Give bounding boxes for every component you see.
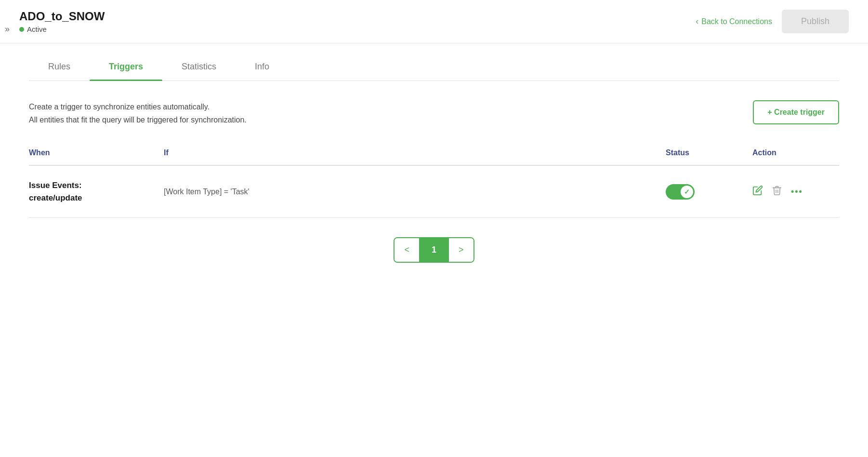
back-to-connections-link[interactable]: ‹ Back to Connections <box>696 16 772 27</box>
trigger-status-toggle[interactable]: ✓ <box>666 184 752 200</box>
toggle-switch[interactable]: ✓ <box>666 184 695 200</box>
table-header: When If Status Action <box>29 141 839 166</box>
header-right: ‹ Back to Connections Publish <box>696 10 849 33</box>
create-trigger-button[interactable]: + Create trigger <box>753 100 839 124</box>
action-icons: ••• <box>752 185 839 198</box>
status-dot-icon <box>19 27 24 32</box>
col-header-status: Status <box>666 148 752 157</box>
tab-triggers[interactable]: Triggers <box>90 53 162 81</box>
tabs-bar: Rules Triggers Statistics Info <box>29 53 839 81</box>
trigger-desc-line1: Create a trigger to synchronize entities… <box>29 100 247 113</box>
main-content: Rules Triggers Statistics Info Create a … <box>0 53 868 263</box>
table-row: Issue Events:create/update [Work Item Ty… <box>29 166 839 218</box>
next-page-button[interactable]: > <box>449 238 473 262</box>
more-options-icon[interactable]: ••• <box>791 187 803 197</box>
sidebar-collapse-icon[interactable]: » <box>5 24 10 34</box>
check-icon: ✓ <box>684 188 690 196</box>
toggle-track: ✓ <box>666 184 695 200</box>
col-header-when: When <box>29 148 164 157</box>
page-title: ADO_to_SNOW <box>19 10 105 23</box>
status-label: Active <box>27 25 47 33</box>
trigger-desc-line2: All entities that fit the query will be … <box>29 113 247 126</box>
pagination-container: < 1 > <box>394 237 474 263</box>
tab-info[interactable]: Info <box>236 53 289 81</box>
back-link-label: Back to Connections <box>701 17 772 26</box>
col-header-action: Action <box>752 148 839 157</box>
publish-button[interactable]: Publish <box>782 10 849 33</box>
tab-statistics[interactable]: Statistics <box>162 53 236 81</box>
trigger-if-value: [Work Item Type] = 'Task' <box>164 188 666 196</box>
toggle-thumb: ✓ <box>681 186 693 198</box>
edit-icon[interactable] <box>752 185 763 198</box>
tab-rules[interactable]: Rules <box>29 53 90 81</box>
chevron-left-icon: ‹ <box>696 16 698 27</box>
trigger-when-value: Issue Events:create/update <box>29 179 164 204</box>
header-left: » ADO_to_SNOW Active <box>19 10 105 33</box>
pagination: < 1 > <box>29 237 839 263</box>
trigger-description: Create a trigger to synchronize entities… <box>29 100 247 126</box>
col-header-if: If <box>164 148 666 157</box>
prev-page-button[interactable]: < <box>395 238 419 262</box>
current-page: 1 <box>419 238 449 262</box>
delete-icon[interactable] <box>772 185 782 198</box>
trigger-header: Create a trigger to synchronize entities… <box>29 81 839 141</box>
status-badge: Active <box>19 25 105 33</box>
header: » ADO_to_SNOW Active ‹ Back to Connectio… <box>0 0 868 43</box>
